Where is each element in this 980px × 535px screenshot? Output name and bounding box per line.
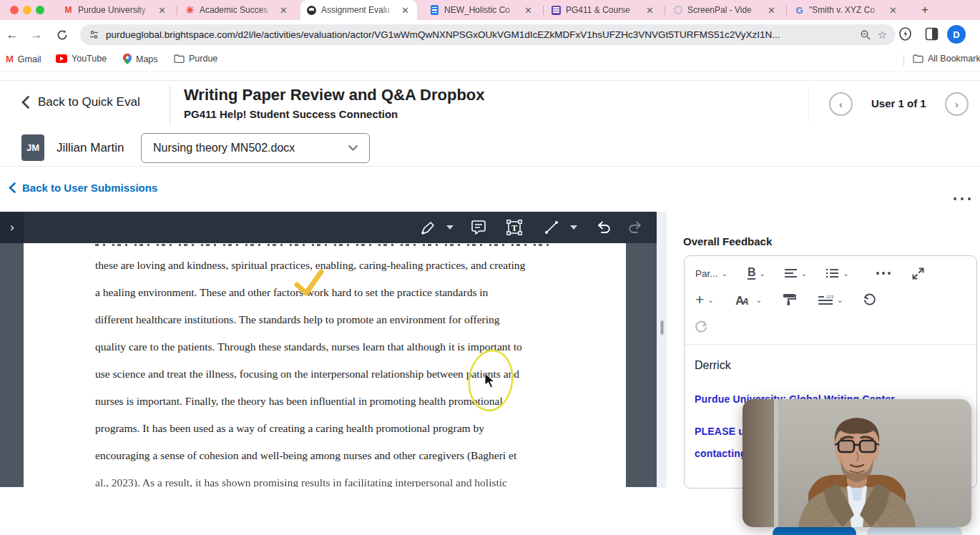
tab-screenpal[interactable]: ScreenPal - Vide ✕ [667, 0, 783, 20]
editor-toolbar-row3 [694, 318, 708, 335]
avatar: JM [21, 134, 44, 161]
tab-title: Assignment Evalu [321, 5, 395, 15]
tab-purdue-university[interactable]: M Purdue University ✕ [57, 0, 174, 20]
tab-smith-xyz[interactable]: G "Smith v. XYZ Co ✕ [788, 0, 905, 20]
redo-icon[interactable] [694, 320, 708, 334]
editor-toolbar-row1: Par... ⌄ B ⌄ ⌄ ⌄ [695, 265, 924, 282]
page-title: Writing Paper Review and Q&A Dropbox [184, 86, 485, 104]
submission-file-select[interactable]: Nursing theory MN502.docx [141, 133, 370, 163]
save-draft-button-partial[interactable] [867, 527, 962, 535]
tab-title: PG411 & Course [566, 5, 640, 15]
app-window: M Purdue University ✕ ✳ Academic Succes … [0, 0, 980, 535]
gmail-icon: M [63, 5, 74, 16]
youtube-icon [56, 54, 67, 63]
minimize-window-button[interactable] [23, 6, 31, 14]
chevron-down-icon: ⌄ [707, 296, 713, 304]
profile-avatar[interactable]: D [947, 25, 966, 44]
bookmark-star-icon[interactable]: ☆ [878, 29, 887, 41]
close-window-button[interactable] [10, 6, 19, 14]
bookmark-youtube[interactable]: YouTube [56, 54, 107, 64]
annotation-overlay [0, 212, 657, 487]
tab-assignment-evaluation[interactable]: Assignment Evalu ✕ [300, 0, 417, 20]
zoom-page-icon[interactable] [860, 29, 871, 41]
bookmark-label: Gmail [18, 54, 41, 64]
back-link-label: Back to Quick Eval [38, 95, 140, 109]
font-style-button[interactable]: AA [735, 294, 753, 306]
undo-icon[interactable] [863, 293, 877, 307]
toolbar-more-button[interactable] [876, 272, 891, 275]
align-button[interactable] [784, 268, 798, 278]
chevron-down-icon: ⌄ [722, 270, 727, 278]
asterisk-icon: ✳ [185, 5, 195, 16]
site-info-icon[interactable] [89, 29, 99, 40]
back-icon[interactable]: ← [4, 27, 20, 43]
bold-button[interactable]: B [748, 267, 756, 280]
bookmark-maps[interactable]: Maps [123, 54, 158, 64]
next-user-button[interactable]: › [945, 92, 969, 116]
svg-text:123: 123 [826, 295, 833, 299]
chevron-down-icon: ⌄ [837, 296, 843, 304]
checkmark-annotation [297, 272, 321, 293]
tab-separator [786, 6, 787, 15]
editor-toolbar-divider [685, 344, 976, 345]
back-to-quick-eval-link[interactable]: Back to Quick Eval [21, 95, 140, 109]
extension-icon[interactable] [898, 26, 913, 41]
paragraph-style-dropdown[interactable]: Par... [695, 268, 718, 279]
bookmark-label: All Bookmarks [928, 54, 980, 64]
header-divider [170, 85, 170, 124]
tab-separator [665, 6, 665, 15]
splitter-handle-icon[interactable] [660, 320, 665, 335]
close-tab-icon[interactable]: ✕ [156, 5, 168, 16]
folder-icon [913, 54, 923, 63]
close-tab-icon[interactable]: ✕ [278, 5, 290, 16]
previous-user-button[interactable]: ‹ [829, 92, 853, 116]
url-text[interactable]: purdueglobal.brightspace.com/d2l/le/acti… [106, 29, 853, 40]
pane-splitter[interactable] [657, 212, 667, 488]
close-tab-icon[interactable]: ✕ [522, 5, 534, 16]
chevron-down-icon: ⌄ [756, 296, 762, 304]
google-icon: G [794, 5, 805, 16]
back-to-user-submissions-link[interactable]: Back to User Submissions [9, 182, 157, 194]
bookmark-folder-purdue[interactable]: Purdue [174, 54, 217, 64]
line-spacing-icon[interactable]: 123 [818, 294, 833, 305]
tab-title: ScreenPal - Vide [687, 5, 761, 15]
purple-grid-icon [551, 5, 562, 16]
tab-academic-success[interactable]: ✳ Academic Succes ✕ [179, 0, 295, 20]
reload-icon[interactable] [54, 27, 70, 43]
list-button[interactable] [825, 268, 839, 278]
all-bookmarks[interactable]: All Bookmarks [913, 54, 980, 64]
new-tab-button[interactable]: + [917, 2, 933, 18]
tab-pg411-course[interactable]: PG411 & Course ✕ [545, 0, 662, 20]
format-painter-icon[interactable] [782, 293, 796, 306]
zoom-window-button[interactable] [36, 6, 44, 14]
page-subtitle: PG411 Help! Student Success Connection [184, 108, 398, 120]
publish-button-partial[interactable] [773, 526, 856, 535]
tab-separator [177, 6, 177, 15]
panel-overflow-menu[interactable] [954, 197, 971, 200]
address-bar[interactable]: purdueglobal.brightspace.com/d2l/le/acti… [80, 24, 896, 45]
feedback-text-blue: contacting [695, 448, 747, 459]
brightspace-icon [306, 5, 317, 16]
feedback-video-overlay[interactable] [743, 399, 971, 527]
close-tab-icon[interactable]: ✕ [887, 5, 899, 16]
close-tab-icon[interactable]: ✕ [765, 5, 778, 16]
student-name: Jillian Martin [57, 141, 124, 155]
maps-pin-icon [123, 54, 132, 64]
insert-button[interactable]: + [695, 291, 704, 308]
side-panel-icon[interactable] [925, 27, 939, 41]
bookmark-label: Purdue [189, 54, 217, 64]
tab-title: Purdue University [78, 5, 152, 15]
close-tab-icon[interactable]: ✕ [644, 5, 656, 16]
bookmarks-divider [903, 55, 904, 66]
close-tab-icon[interactable]: ✕ [399, 5, 411, 16]
folder-icon [174, 54, 185, 63]
bookmark-gmail[interactable]: M Gmail [6, 54, 41, 64]
fullscreen-icon[interactable] [912, 268, 924, 280]
tab-new-holistic[interactable]: NEW_Holistic Co ✕ [423, 0, 540, 20]
chevron-down-icon: ⌄ [759, 270, 765, 278]
webcam-frame [743, 399, 971, 527]
chevron-down-icon: ⌄ [843, 270, 848, 278]
bookmark-label: Maps [136, 54, 158, 64]
forward-icon[interactable]: → [29, 27, 44, 43]
chevron-down-icon [348, 145, 358, 151]
